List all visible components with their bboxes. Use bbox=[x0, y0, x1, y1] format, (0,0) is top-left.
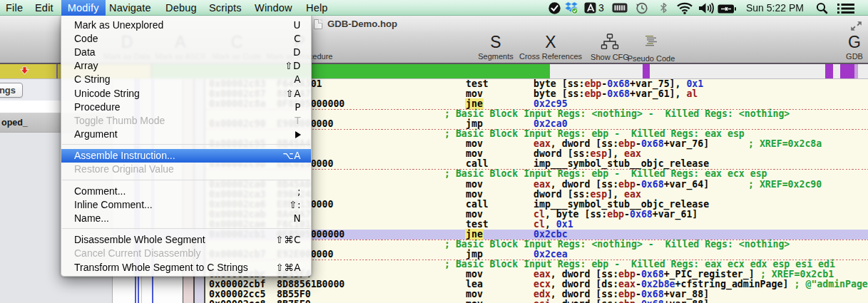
menu-item-toggle-thumb-mode[interactable]: Toggle Thumb ModeT bbox=[61, 114, 311, 128]
menu-separator bbox=[61, 177, 311, 185]
adobe-badge: 3 bbox=[598, 0, 604, 16]
adobe-cc-icon[interactable] bbox=[584, 2, 596, 18]
battery-icon[interactable] bbox=[718, 4, 736, 19]
sidebar-tab-strings[interactable]: ngs bbox=[0, 83, 23, 98]
menu-item-code[interactable]: CodeC bbox=[61, 32, 311, 46]
operands: imp___symbol_stub__objc_release bbox=[533, 159, 709, 169]
menu-separator bbox=[61, 225, 311, 233]
menu-item-unicode-string[interactable]: Unicode String⇧A bbox=[61, 87, 311, 101]
menu-item-restore-original-value[interactable]: Restore Original Value bbox=[61, 163, 311, 176]
menu-item-shortcut: ⇧: bbox=[289, 198, 301, 212]
nav-segment-procedure-purple bbox=[825, 64, 833, 78]
menu-item-mark-as-unexplored[interactable]: Mark as UnexploredU bbox=[61, 19, 311, 32]
mnemonic: jmp bbox=[466, 250, 483, 260]
mnemonic: mov bbox=[466, 190, 483, 200]
menubar-item-edit[interactable]: Edit bbox=[35, 0, 53, 16]
mnemonic: mov bbox=[466, 269, 483, 279]
menubar-item-file[interactable]: File bbox=[6, 0, 23, 16]
window-title: GDB-Demo.hop bbox=[327, 19, 397, 29]
menubar-item-scripts[interactable]: Scripts bbox=[209, 0, 242, 16]
menu-item-argument[interactable]: Argument bbox=[61, 128, 311, 141]
operands: cl, byte [ss:ebp-0x68+var_61] bbox=[533, 210, 698, 220]
menubar-item-modify[interactable]: Modify bbox=[61, 0, 106, 16]
nav-segment-marker bbox=[56, 64, 58, 78]
menu-item-cancel-current-disassembly[interactable]: Cancel Current Disassembly bbox=[61, 247, 311, 260]
bluetooth-icon[interactable] bbox=[660, 2, 668, 18]
operands: dword [ss:esp], eax bbox=[533, 149, 641, 159]
disasm-row[interactable]: 0x00002cbf8D88561B0000leaecx, dword [ds:… bbox=[113, 279, 868, 289]
menu-item-transform-whole-segment-to-c-strings[interactable]: Transform Whole Segment to C Strings⇧⌘A bbox=[61, 261, 311, 274]
mnemonic: mov bbox=[466, 149, 483, 159]
menu-item-inline-comment[interactable]: Inline Comment...⇧: bbox=[61, 198, 311, 212]
menubar-item-debug[interactable]: Debug bbox=[165, 0, 197, 16]
mnemonic: jne bbox=[466, 230, 483, 240]
operands: 0x2c95 bbox=[533, 99, 568, 109]
address: 0x00002cc8 bbox=[209, 299, 265, 303]
wifi-icon[interactable] bbox=[676, 2, 693, 18]
operands: dword [ss:esp], eax bbox=[533, 190, 641, 200]
menu-item-data[interactable]: DataD bbox=[61, 46, 311, 59]
menubar-item-window[interactable]: Window bbox=[255, 0, 292, 16]
instruction-bytes: 8B55F0 bbox=[277, 289, 311, 299]
operands: cl, 0x1 bbox=[533, 220, 573, 230]
time-machine-icon[interactable] bbox=[635, 1, 648, 17]
mnemonic: test bbox=[466, 79, 489, 89]
desktop-screen: GDB-Demo.hop ngs oped_ 0x00002c83F645A30… bbox=[0, 0, 868, 303]
address: 0x00002cc5 bbox=[209, 289, 265, 299]
operands: esi, dword [ss:ebp-0x68+var_88] bbox=[533, 299, 709, 303]
notification-center-icon[interactable] bbox=[837, 3, 854, 19]
operands: imp___symbol_stub__objc_release bbox=[533, 200, 709, 210]
toolbar-button-gdb[interactable]: GGDB bbox=[815, 33, 868, 63]
mnemonic: mov bbox=[466, 89, 483, 99]
submenu-arrow-icon bbox=[295, 131, 301, 138]
menu-item-shortcut: ; bbox=[297, 185, 301, 198]
menu-item-shortcut: D bbox=[293, 46, 301, 59]
dropbox-icon[interactable] bbox=[565, 1, 578, 17]
operands: eax, dword [ss:ebp-0x68+_PIC_register_] bbox=[533, 269, 755, 279]
menu-item-c-string[interactable]: C StringA bbox=[61, 73, 311, 86]
menu-item-disassemble-whole-segment[interactable]: Disassemble Whole Segment⇧⌘C bbox=[61, 233, 311, 247]
menubar-clock[interactable]: Sun 5:22 PM bbox=[746, 0, 804, 16]
check-circle-icon[interactable] bbox=[548, 1, 561, 17]
menu-item-shortcut: ⇧A bbox=[285, 87, 301, 101]
mnemonic: mov bbox=[466, 210, 483, 220]
menu-item-shortcut: N bbox=[293, 212, 301, 225]
keyboard-battery-icon[interactable] bbox=[612, 3, 628, 19]
menu-item-shortcut: ⌥A bbox=[282, 149, 301, 163]
menu-item-assemble-instruction[interactable]: Assemble Instruction...⌥A bbox=[61, 149, 311, 163]
spotlight-icon[interactable] bbox=[816, 2, 828, 18]
volume-icon[interactable] bbox=[698, 2, 715, 18]
menu-bar: FileEditModifyNavigateDebugScriptsWindow… bbox=[0, 0, 868, 16]
mnemonic: call bbox=[466, 159, 489, 169]
basic-block-comment: ; Basic Block Input Regs: ebp - Killed R… bbox=[444, 260, 835, 269]
operands: eax, dword [ss:ebp-0x68+var_76] bbox=[533, 139, 709, 149]
menu-item-array[interactable]: Array⇧D bbox=[61, 59, 311, 73]
menu-item-procedure[interactable]: ProcedureP bbox=[61, 101, 311, 114]
operands: 0x2cea bbox=[533, 250, 568, 260]
mnemonic: mov bbox=[466, 180, 483, 190]
menu-item-name[interactable]: Name...N bbox=[61, 212, 311, 225]
menu-item-shortcut: U bbox=[294, 19, 301, 32]
inline-comment: ; @"adminPage" bbox=[795, 279, 868, 289]
menu-separator bbox=[61, 141, 311, 149]
nav-segment-procedure-purple bbox=[840, 64, 854, 78]
instruction-bytes: 8D88561B0000 bbox=[277, 279, 344, 289]
operands: byte [ss:ebp-0x68+var_75], 0x1 bbox=[533, 79, 703, 89]
menubar-item-navigate[interactable]: Navigate bbox=[109, 0, 151, 16]
mnemonic: jne bbox=[466, 99, 483, 109]
menubar-item-label: Modify bbox=[61, 0, 106, 16]
basic-block-comment: ; Basic Block Input Regs: <nothing> - Ki… bbox=[444, 240, 790, 250]
mnemonic: jmp bbox=[466, 119, 483, 129]
fullscreen-button[interactable] bbox=[850, 21, 862, 31]
instruction-bytes: 8B75F0 bbox=[277, 299, 311, 303]
toolbar-button-pseudo-code[interactable]: Pseudo Code bbox=[612, 33, 690, 63]
pseudo-code-icon bbox=[612, 35, 690, 53]
menu-item-shortcut: ⇧⌘C bbox=[275, 233, 301, 247]
menu-item-comment[interactable]: Comment...; bbox=[61, 185, 311, 198]
modify-menu: Mark as UnexploredUCodeCDataDArray⇧DC St… bbox=[61, 16, 312, 277]
disasm-row[interactable]: 0x00002cc58B55F0movedx, dword [ss:ebp-0x… bbox=[113, 289, 868, 299]
menubar-item-help[interactable]: Help bbox=[306, 0, 328, 16]
disasm-row[interactable]: 0x00002cc88B75F0movesi, dword [ss:ebp-0x… bbox=[113, 299, 868, 303]
operands: eax, dword [ss:ebp-0x68+var_64] bbox=[533, 180, 709, 190]
basic-block-comment: ; Basic Block Input Regs: <nothing> - Ki… bbox=[444, 109, 790, 119]
